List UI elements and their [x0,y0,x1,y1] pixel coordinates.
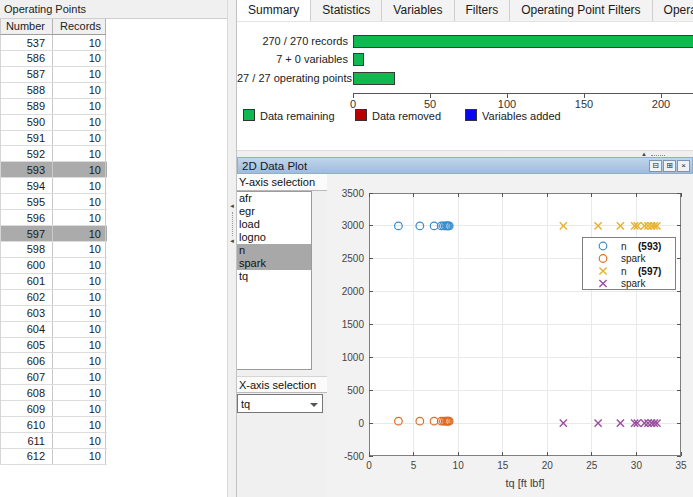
chevron-down-icon [310,403,318,407]
y-axis-item-n[interactable]: n [237,244,311,257]
summary-bar-label: 7 + 0 variables [237,53,348,66]
vertical-splitter[interactable]: ◄ ◄ [227,0,237,497]
tab-bar: SummaryStatisticsVariablesFiltersOperati… [237,0,693,22]
svg-text:0: 0 [366,460,372,471]
legend-label: Variables added [482,110,561,122]
table-row[interactable]: 59710 [1,226,107,242]
table-row[interactable]: 61210 [1,449,107,465]
svg-text:-500: -500 [344,451,364,462]
y-axis-item-egr[interactable]: egr [237,205,311,218]
table-row[interactable]: 59610 [1,210,107,226]
cell-number: 595 [1,194,53,209]
summary-bar [353,53,364,66]
table-row[interactable]: 59410 [1,178,107,194]
x-axis-value: tq [241,398,250,410]
table-row[interactable]: 59310 [1,162,107,178]
cell-number: 600 [1,258,53,273]
legend-swatch [243,109,255,121]
column-header-number[interactable]: Number [1,19,53,34]
cell-number: 598 [1,242,53,257]
table-row[interactable]: 58610 [1,51,107,67]
table-row[interactable]: 59010 [1,115,107,131]
y-axis-list[interactable]: afregrloadlognonsparktq [237,191,312,370]
table-row[interactable]: 60510 [1,338,107,354]
y-axis-selection-label: Y-axis selection [237,174,327,191]
svg-text:30: 30 [631,460,643,471]
column-header-records[interactable]: Records [53,19,106,34]
table-row[interactable]: 59110 [1,131,107,147]
cell-records: 10 [53,433,106,448]
svg-text:(593): (593) [638,241,661,252]
collapse-left-icon[interactable]: ◄ [229,238,235,244]
cell-number: 593 [1,162,53,177]
cell-records: 10 [53,83,106,98]
dock-icon[interactable]: ⊟ [649,160,662,172]
legend-label: Data removed [372,110,441,122]
table-row[interactable]: 58710 [1,67,107,83]
tab-operating-point-filters[interactable]: Operating Point Filters [510,0,652,21]
table-row[interactable]: 60310 [1,306,107,322]
table-row[interactable]: 59810 [1,242,107,258]
legend-swatch [465,109,477,121]
table-row[interactable]: 60210 [1,290,107,306]
table-row[interactable]: 60410 [1,322,107,338]
y-axis-item-afr[interactable]: afr [237,192,311,205]
svg-text:500: 500 [347,385,364,396]
tab-statistics[interactable]: Statistics [311,0,382,21]
table-row[interactable]: 60810 [1,385,107,401]
table-row[interactable]: 59510 [1,194,107,210]
plot-body: Y-axis selection afregrloadlognonsparktq… [237,174,693,497]
collapse-left-icon[interactable]: ◄ [229,203,235,209]
cell-records: 10 [53,417,106,432]
tab-filters[interactable]: Filters [455,0,511,21]
y-axis-item-load[interactable]: load [237,218,311,231]
svg-text:20: 20 [542,460,554,471]
cell-number: 609 [1,401,53,416]
y-axis-item-tq[interactable]: tq [237,270,311,283]
y-axis-item-spark[interactable]: spark [237,257,311,270]
table-row[interactable]: 58910 [1,99,107,115]
tab-summary[interactable]: Summary [237,0,311,21]
cell-number: 612 [1,449,53,464]
cell-records: 10 [53,194,106,209]
cell-records: 10 [53,146,106,161]
horizontal-splitter[interactable]: ▲ [237,150,693,157]
tab-operating-point-notes[interactable]: Operating Point Notes [653,0,693,21]
cell-records: 10 [53,99,106,114]
svg-text:n: n [621,266,627,277]
splitter-handle[interactable] [651,155,665,156]
cell-records: 10 [53,115,106,130]
legend-label: Data remaining [260,110,335,122]
table-row[interactable]: 59210 [1,146,107,162]
cell-records: 10 [53,306,106,321]
y-axis-item-logno[interactable]: logno [237,231,311,244]
table-header-row: Number Records [0,19,106,35]
table-row[interactable]: 58810 [1,83,107,99]
svg-text:25: 25 [586,460,598,471]
table-row[interactable]: 60010 [1,258,107,274]
table-row[interactable]: 60610 [1,353,107,369]
table-row[interactable]: 53710 [1,35,107,51]
undock-icon[interactable]: ⊞ [663,160,676,172]
svg-text:0: 0 [358,418,364,429]
axis-tick-label: 100 [498,98,516,110]
cell-records: 10 [53,131,106,146]
axis-chooser: Y-axis selection afregrloadlognonsparktq… [237,174,327,497]
table-row[interactable]: 61010 [1,417,107,433]
x-axis-dropdown[interactable]: tq [237,394,323,413]
table-row[interactable]: 60110 [1,274,107,290]
splitter-handle[interactable] [232,212,233,236]
x-axis-selection-label: X-axis selection [237,376,327,393]
close-icon[interactable]: × [677,160,690,172]
tab-variables[interactable]: Variables [382,0,454,21]
svg-text:tq [ft lbf]: tq [ft lbf] [505,477,544,489]
table-row[interactable]: 60710 [1,369,107,385]
cell-number: 608 [1,385,53,400]
table-row[interactable]: 60910 [1,401,107,417]
cell-number: 596 [1,210,53,225]
cell-number: 601 [1,274,53,289]
cell-records: 10 [53,353,106,368]
table-row[interactable]: 61110 [1,433,107,449]
summary-bar-label: 27 / 27 operating points [237,72,348,85]
window-buttons: ⊟ ⊞ × [649,160,690,172]
